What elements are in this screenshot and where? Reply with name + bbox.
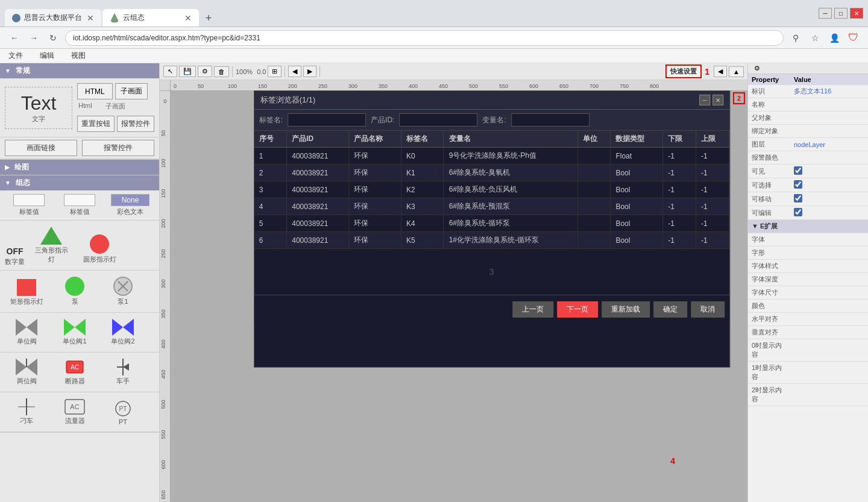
property-row: 可编辑	[748, 206, 868, 220]
prop-section-extend[interactable]: ▼ E扩展	[748, 220, 868, 233]
prop-checkbox-6[interactable]	[794, 166, 802, 175]
tab-siyun[interactable]: 思普云大数据平台 ✕	[5, 9, 101, 27]
sidebar-section-drawing: ▶ 绘图	[0, 160, 159, 175]
extend-property-row: 水平对齐	[748, 313, 868, 326]
cell-2-8: -1	[696, 181, 729, 198]
confirm-button[interactable]: 确定	[653, 301, 687, 318]
win-maximize-button[interactable]: □	[834, 8, 848, 19]
win-close-button[interactable]: ✕	[850, 8, 863, 19]
text-component[interactable]: Text 文字	[5, 87, 72, 129]
cancel-button[interactable]: 取消	[691, 301, 725, 318]
table-row[interactable]: 6400038921环保K51#化学洗涤除臭系统-循环泵Bool-1-1	[254, 232, 729, 249]
value2-input[interactable]: 0.0	[64, 194, 95, 206]
circle-cross-component[interactable]: 泵1	[101, 274, 145, 309]
left-sidebar: ▼ 常规 Text 文字 HTML 子画面 Html 子画面	[0, 63, 160, 502]
valve3-component[interactable]: 单位阀2	[101, 316, 145, 348]
prop-name-5: 报警颜色	[748, 151, 790, 165]
menu-view[interactable]: 视图	[68, 49, 89, 62]
tab-yunzutai[interactable]: 云组态 ✕	[102, 9, 199, 27]
prev-page-button[interactable]: 上一页	[512, 301, 553, 318]
menu-file[interactable]: 文件	[5, 49, 27, 62]
cell-1-6: Bool	[611, 165, 663, 181]
section-normal-header[interactable]: ▼ 常规	[0, 63, 159, 78]
extension-icon[interactable]: 🛡	[846, 31, 861, 45]
extend-property-row: 1时显示内容	[748, 362, 868, 384]
tab-close-siyun[interactable]: ✕	[87, 13, 94, 23]
back-button[interactable]: ←	[7, 31, 22, 45]
search-icon[interactable]: ⚲	[788, 31, 803, 45]
cell-1-3: K1	[401, 165, 444, 181]
cell-3-7: -1	[663, 198, 696, 215]
valve1-component[interactable]: 单位阀	[5, 316, 48, 348]
refresh-button[interactable]: ↻	[46, 31, 60, 45]
circle-red-component[interactable]: 圆形指示灯	[78, 232, 121, 266]
none-box[interactable]: None	[111, 194, 149, 206]
extend-prop-name-5: 颜色	[748, 300, 790, 313]
modal-close-button[interactable]: ✕	[712, 95, 723, 105]
report-button[interactable]: 报警控件	[117, 116, 154, 132]
crane-component[interactable]: 刁车	[5, 396, 48, 428]
circle-green-component[interactable]: 泵	[53, 274, 96, 309]
prop-name-9: 可编辑	[748, 206, 790, 220]
html-button[interactable]: HTML	[77, 83, 113, 99]
table-row[interactable]: 4400038921环保K36#除臭系统-预混泵Bool-1-1	[254, 198, 729, 215]
cell-0-0: 1	[254, 148, 287, 165]
search-input-tagname[interactable]	[288, 113, 366, 127]
prop-value-3	[790, 125, 868, 138]
section-animation-label: 组态	[16, 178, 30, 188]
section-animation-header[interactable]: ▼ 组态	[0, 175, 159, 190]
flowmeter-component[interactable]: AC 流量器	[53, 396, 96, 428]
rect-red-component[interactable]: 矩形指示灯	[5, 277, 48, 309]
modal-minimize-button[interactable]: ─	[699, 95, 710, 105]
valve4-component[interactable]: 两位阀	[5, 356, 48, 388]
circle-cross-shape	[113, 277, 133, 296]
rect-red-shape	[17, 279, 36, 296]
value1-input[interactable]: 0.0	[13, 194, 45, 206]
tab-close-yunzutai[interactable]: ✕	[184, 13, 192, 23]
prop-checkbox-7[interactable]	[794, 180, 802, 189]
table-row[interactable]: 3400038921环保K26#除臭系统-负压风机Bool-1-1	[254, 181, 729, 198]
prop-checkbox-9[interactable]	[794, 208, 802, 216]
search-input-varname[interactable]	[511, 113, 590, 127]
table-row[interactable]: 2400038921环保K16#除臭系统-臭氧机Bool-1-1	[254, 165, 729, 181]
prop-value-9[interactable]	[790, 206, 868, 220]
new-tab-button[interactable]: +	[200, 10, 217, 27]
screen-nav-button[interactable]: 报警控件	[82, 140, 154, 156]
search-input-productid[interactable]	[399, 113, 477, 127]
col-tag: 标签名	[401, 131, 444, 148]
circle-green-shape	[65, 277, 84, 296]
tab-icon-siyun	[12, 14, 20, 22]
car-component[interactable]: 车手	[101, 356, 145, 388]
address-input[interactable]	[65, 30, 784, 46]
next-page-button[interactable]: 下一页	[557, 301, 598, 318]
table-row[interactable]: 1400038921环保K09号化学洗涤除臭系统-Ph值Float-1-1	[254, 148, 729, 165]
property-row: 可见	[748, 165, 868, 178]
sidebar-section-normal: ▼ 常规 Text 文字 HTML 子画面 Html 子画面	[0, 63, 159, 160]
triangle-component[interactable]: 三角形指示灯	[30, 224, 73, 266]
modal-controls: ─ ✕	[699, 95, 723, 105]
bookmark-icon[interactable]: ☆	[808, 31, 822, 45]
cell-1-8: -1	[696, 165, 729, 181]
menu-edit[interactable]: 编辑	[36, 49, 58, 62]
subview-button[interactable]: 子画面	[115, 83, 148, 99]
cell-2-1: 400038921	[287, 181, 349, 198]
pt-component[interactable]: PT PT	[101, 398, 145, 428]
svg-marker-9	[27, 359, 37, 375]
cell-2-0: 3	[254, 181, 287, 198]
prop-value-8[interactable]	[790, 192, 868, 206]
section-drawing-header[interactable]: ▶ 绘图	[0, 160, 159, 175]
reset-button[interactable]: 重置按钮	[77, 116, 115, 132]
forward-button[interactable]: →	[27, 31, 41, 45]
screen-link-button[interactable]: 画面链接	[5, 140, 77, 156]
prop-checkbox-8[interactable]	[794, 194, 802, 202]
breaker-component[interactable]: AC 断路器	[53, 356, 96, 388]
prop-value-7[interactable]	[790, 178, 868, 192]
account-icon[interactable]: 👤	[827, 31, 841, 45]
reload-button[interactable]: 重新加载	[602, 301, 650, 318]
win-minimize-button[interactable]: ─	[819, 8, 832, 19]
cell-1-2: 环保	[349, 165, 401, 181]
prop-value-6[interactable]	[790, 165, 868, 178]
table-row[interactable]: 5400038921环保K46#除臭系统-循环泵Bool-1-1	[254, 215, 729, 232]
valve2-component[interactable]: 单位阀1	[53, 316, 96, 348]
modal-table-head: 序号 产品ID 产品名称 标签名 变量名 单位 数据类型 下限 上限	[254, 131, 729, 148]
